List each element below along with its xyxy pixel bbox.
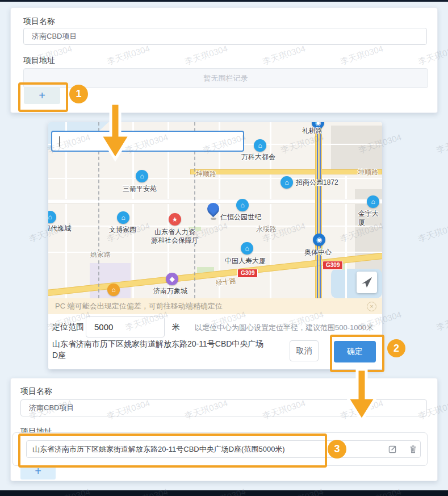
building-icon: ⌂ [241,242,253,255]
map-road-label: 经十路 [215,277,237,287]
watermark-text: 李天琪0304 [435,309,448,333]
map-poi-label: 中国人寿大厦 [225,257,266,265]
map-location-dialog: ◉礼耕路⌂万科大都会⌂三箭平安苑坤顺路坤顺路⌂招商公园1872⌂·现代逸城⌂文博… [48,122,382,369]
map-poi-label: 礼耕路 [302,127,323,135]
step3-badge: 3 [328,440,346,459]
navigation-arrow-icon [361,276,373,289]
bottom-edge-bar [0,490,448,496]
fence-address-input[interactable] [26,440,421,458]
watermark-text: 李天琪0304 [417,220,448,244]
map-road-kunshun [190,169,382,174]
map-poi-label: 仁恒公园世纪 [220,213,261,222]
screen: 项目名称 项目地址 暂无围栏记录 + 1 [0,0,448,496]
building-icon: ⌂ [254,139,266,152]
dialog-controls: 定位范围 米 以定位中心为圆心设置定位半径，建议范围500-1000米 山东省济… [48,314,382,369]
building-icon: ⌂ [117,211,129,224]
map-poi-label: 文博家园 [109,226,136,234]
close-icon[interactable]: × [367,302,376,311]
route-badge: G309 [323,261,343,270]
range-input[interactable] [86,316,165,337]
building-icon: ⌂ [236,199,249,211]
map-poi-label: 金宇大厦 [358,210,382,227]
notice-bar: PC 端可能会出现定位偏差，可前往移动端精确定位 × [48,298,382,314]
map-road-label: 姚家路 [90,251,111,259]
map-poi-label: 招商公园1872 [296,178,338,187]
cancel-button[interactable]: 取消 [290,340,319,361]
delete-button[interactable] [408,445,417,454]
building-icon: ⌂ [48,211,56,223]
step2-badge: 2 [387,339,405,357]
map-building-block [331,126,382,174]
project-address-label: 项目地址 [23,56,55,66]
map-street [345,176,347,298]
step1-badge: 1 [69,85,88,103]
pin-shadow [211,218,216,220]
text-caret [59,136,60,147]
map-road-label: 坤顺路 [196,170,216,178]
watermark-text: 李天琪0304 [435,132,448,156]
map-poi-label: 万科大都会 [241,153,275,161]
map-poi-label: 山东省人力资 源和社会保障厅 [147,228,203,245]
route-badge: G309 [237,269,258,278]
edit-icon [388,445,397,453]
confirm-button[interactable]: 确定 [334,341,376,362]
star-icon: ★ [169,213,181,226]
locate-button[interactable] [357,272,377,293]
range-unit: 米 [172,322,180,332]
map-road-vertical [315,122,322,298]
metro-icon: ◉ [313,234,325,246]
mall-icon: ◆ [166,273,178,285]
top-edge-bar [0,0,448,2]
search-input[interactable] [51,131,244,152]
map-road-label: 坤顺路 [358,168,378,177]
map-metro-line [320,122,321,298]
museum-icon: ⌂ [107,284,120,296]
add-fence-button[interactable]: + [24,87,60,104]
building-icon: ⌂ [280,176,293,189]
project-name-label: 项目名称 [20,386,52,397]
trash-icon [409,445,417,453]
notice-text: PC 端可能会出现定位偏差，可前往移动端精确定位 [55,298,223,314]
building-icon: ⌂ [367,195,379,208]
building-icon: ⌂ [136,170,148,182]
map-poi-label: 济南万象城 [153,287,187,295]
project-name-input[interactable] [20,399,427,416]
map-poi-label: 奥体中心 [304,248,332,257]
map-metro-line [317,122,318,298]
edit-button[interactable] [388,445,397,454]
map-road-label: 永绥路 [256,225,277,234]
map-poi-label: 三箭平安苑 [123,185,157,193]
range-hint: 以定位中心为圆心设置定位半径，建议范围500-1000米 [195,323,374,333]
range-label: 定位范围 [52,322,84,332]
project-name-input[interactable] [23,28,427,45]
project-name-label: 项目名称 [23,16,55,27]
selected-address-text: 山东省济南市历下区姚家街道解放东路20-11号CBD中央广场D座 [52,338,265,361]
fence-row [12,432,428,466]
fence-empty-placeholder: 暂无围栏记录 [23,68,428,88]
map-street [270,122,271,298]
map-poi-label: ·现代逸城 [48,224,71,233]
